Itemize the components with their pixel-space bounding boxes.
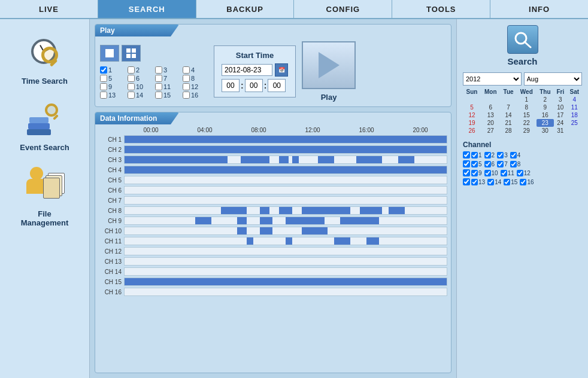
timeline-bar[interactable]	[124, 196, 447, 205]
calendar-day[interactable]: 11	[567, 103, 582, 111]
calendar-day[interactable]: 27	[481, 127, 500, 135]
timeline-bar[interactable]	[124, 227, 447, 235]
timeline-row[interactable]: CH 2	[99, 145, 447, 154]
calendar-day[interactable]: 23	[537, 119, 554, 127]
timeline-bar[interactable]	[124, 278, 447, 286]
timeline-row[interactable]: CH 1	[99, 135, 447, 144]
timeline-row[interactable]: CH 8	[99, 206, 447, 215]
timeline-bar[interactable]	[124, 166, 447, 174]
timeline-row[interactable]: CH 15	[99, 277, 447, 286]
tab-info[interactable]: INFO	[490, 0, 588, 18]
timeline-row[interactable]: CH 4	[99, 165, 447, 175]
sidebar-item-event-search[interactable]: Event Search	[20, 97, 69, 152]
ch16-check[interactable]: 16	[183, 92, 208, 99]
month-select[interactable]: Aug	[524, 72, 583, 86]
calendar-day[interactable]: 30	[537, 127, 554, 135]
timeline-bar[interactable]	[124, 145, 447, 154]
calendar-day[interactable]: 24	[554, 119, 567, 127]
ch1-check[interactable]: 1	[100, 66, 125, 74]
channel-checkbox-item[interactable]: 1	[471, 152, 482, 158]
calendar-day[interactable]: 15	[517, 111, 537, 119]
timeline-row[interactable]: CH 7	[99, 196, 447, 205]
calendar-day[interactable]: 6	[481, 103, 500, 111]
year-select[interactable]: 2012	[463, 72, 522, 86]
channel-checkbox-item[interactable]: 5	[471, 161, 482, 167]
calendar-button[interactable]: 📅	[275, 63, 288, 77]
tab-config[interactable]: CONFIG	[294, 0, 392, 18]
calendar-day[interactable]: 5	[463, 103, 481, 111]
channel-checkbox-item[interactable]: 15	[504, 179, 517, 185]
calendar-day[interactable]: 29	[517, 127, 537, 135]
all-channel-checkbox[interactable]	[463, 160, 470, 167]
timeline-bar[interactable]	[124, 156, 447, 164]
calendar-day[interactable]: 3	[554, 96, 567, 103]
timeline-row[interactable]: CH 9	[99, 216, 447, 225]
channel-checkbox-item[interactable]: 13	[471, 179, 485, 185]
timeline-bar[interactable]	[124, 237, 447, 245]
ch2-check[interactable]: 2	[128, 66, 153, 74]
tab-live[interactable]: LIVE	[0, 0, 98, 18]
calendar-day[interactable]: 4	[567, 96, 582, 103]
channel-checkbox-item[interactable]: 12	[517, 170, 531, 176]
channel-checkbox-item[interactable]: 10	[484, 170, 498, 176]
tab-search[interactable]: SEARCH	[98, 0, 196, 18]
channel-checkbox-item[interactable]: 14	[487, 179, 501, 185]
timeline-bar[interactable]	[124, 247, 447, 255]
play-button[interactable]	[302, 41, 356, 89]
channel-checkbox-item[interactable]: 7	[497, 161, 508, 167]
ch6-check[interactable]: 6	[128, 75, 153, 82]
calendar-day[interactable]: 17	[554, 111, 567, 119]
ch12-check[interactable]: 12	[183, 83, 208, 90]
grid-view-button[interactable]	[122, 45, 141, 62]
calendar-day[interactable]: 8	[517, 103, 537, 111]
sidebar-item-file-management[interactable]: FileManagement	[21, 164, 69, 227]
ch7-check[interactable]: 7	[155, 75, 180, 82]
calendar-day[interactable]: 2	[537, 96, 554, 103]
timeline-row[interactable]: CH 10	[99, 226, 447, 236]
ch8-check[interactable]: 8	[183, 75, 208, 82]
calendar-day[interactable]: 7	[500, 103, 516, 111]
calendar-day[interactable]: 22	[517, 119, 537, 127]
calendar-day[interactable]: 20	[481, 119, 500, 127]
ch15-check[interactable]: 15	[155, 92, 180, 99]
calendar-day[interactable]: 14	[500, 111, 516, 119]
calendar-day[interactable]: 12	[463, 111, 481, 119]
timeline-row[interactable]: CH 12	[99, 246, 447, 256]
ch11-check[interactable]: 11	[155, 83, 180, 90]
single-view-button[interactable]	[100, 45, 119, 62]
all-channel-checkbox[interactable]	[463, 178, 470, 185]
timeline-row[interactable]: CH 6	[99, 185, 447, 195]
timeline-row[interactable]: CH 13	[99, 257, 447, 266]
timeline-bar[interactable]	[124, 217, 447, 225]
timeline-bar[interactable]	[124, 267, 447, 276]
calendar-day[interactable]: 26	[463, 127, 481, 135]
ch3-check[interactable]: 3	[155, 66, 180, 74]
hour-input[interactable]	[222, 79, 240, 92]
calendar-day[interactable]: 31	[554, 127, 567, 135]
calendar-day[interactable]: 28	[500, 127, 516, 135]
channel-checkbox-item[interactable]: 4	[510, 152, 521, 158]
sidebar-item-time-search[interactable]: Time Search	[21, 31, 69, 86]
ch14-check[interactable]: 14	[128, 92, 153, 99]
channel-checkbox-item[interactable]: 2	[484, 152, 495, 158]
calendar-day[interactable]: 25	[567, 119, 582, 127]
timeline-bar[interactable]	[124, 206, 447, 215]
calendar-day[interactable]: 21	[500, 119, 516, 127]
tab-tools[interactable]: TOOLS	[392, 0, 490, 18]
all-channel-checkbox[interactable]	[463, 169, 470, 176]
calendar-day[interactable]: 1	[517, 96, 537, 103]
timeline-bar[interactable]	[124, 186, 447, 194]
calendar-day[interactable]: 9	[537, 103, 554, 111]
calendar-day[interactable]: 13	[481, 111, 500, 119]
date-input[interactable]	[222, 64, 272, 76]
all-channel-checkbox[interactable]	[463, 151, 470, 158]
calendar-day[interactable]: 16	[537, 111, 554, 119]
tab-backup[interactable]: BACKUP	[196, 0, 295, 18]
minute-input[interactable]	[245, 79, 263, 92]
channel-checkbox-item[interactable]: 8	[510, 161, 521, 167]
timeline-row[interactable]: CH 16	[99, 287, 447, 297]
channel-checkbox-item[interactable]: 9	[471, 170, 482, 176]
second-input[interactable]	[268, 79, 286, 92]
calendar-day[interactable]: 10	[554, 103, 567, 111]
timeline-row[interactable]: CH 3	[99, 155, 447, 164]
